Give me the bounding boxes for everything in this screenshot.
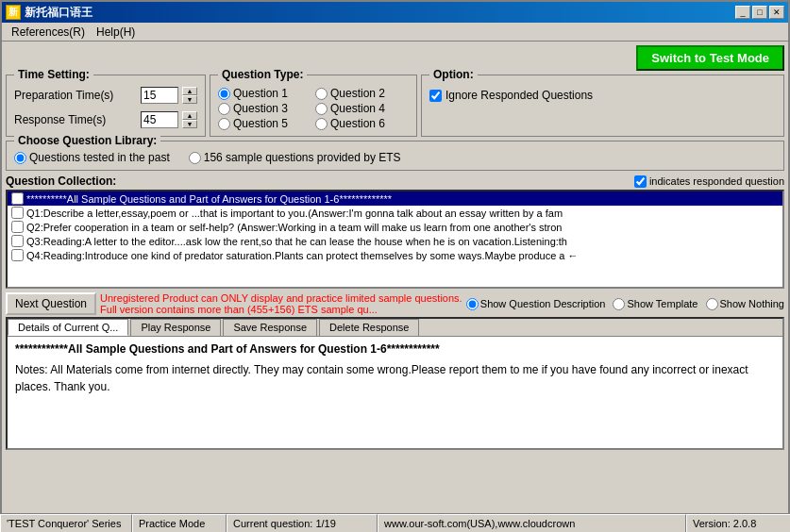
resp-time-label: Response Time(s) [14, 113, 137, 126]
list-item-text-4: Q4:Reading:Introduce one kind of predato… [26, 250, 579, 261]
title-bar: 新 新托福口语王 _ □ ✕ [2, 2, 788, 23]
q4-radio-item: Question 4 [315, 102, 409, 115]
status-current: Current question: 1/19 [227, 514, 378, 532]
q6-radio[interactable] [315, 118, 328, 130]
status-bar: 'TEST Conqueror' Series Practice Mode Cu… [0, 513, 790, 532]
list-item[interactable]: **********All Sample Questions and Part … [8, 191, 782, 206]
list-item-checkbox-0[interactable] [11, 192, 24, 205]
show-template-radio[interactable] [613, 298, 625, 310]
q2-radio-item: Question 2 [315, 87, 409, 100]
status-website: www.our-soft.com(USA),www.cloudcrown [378, 514, 686, 532]
minimize-button[interactable]: _ [735, 6, 750, 19]
q6-radio-item: Question 6 [315, 117, 409, 130]
library-option1-radio[interactable] [14, 152, 26, 164]
q2-label: Question 2 [330, 87, 385, 100]
menu-references[interactable]: References(R) [6, 25, 91, 40]
prep-time-down[interactable]: ▼ [182, 95, 197, 104]
show-template-item: Show Template [613, 298, 698, 310]
library-option2-label: 156 sample questions provided by ETS [204, 151, 401, 164]
tab-delete-response[interactable]: Delete Response [319, 319, 419, 336]
collection-legend: indicates responded question [634, 175, 784, 188]
list-item-checkbox-4[interactable] [11, 249, 24, 261]
list-item[interactable]: Q4:Reading:Introduce one kind of predato… [8, 248, 782, 262]
resp-time-input[interactable] [141, 111, 178, 128]
q3-label: Question 3 [233, 102, 288, 115]
q5-radio-item: Question 5 [218, 117, 311, 130]
library-option1-label: Questions tested in the past [29, 151, 170, 164]
list-item-text-0: **********All Sample Questions and Part … [26, 193, 392, 205]
unregistered-line2: Full version contains more than (455+156… [100, 304, 462, 315]
library-legend: Choose Question Library: [14, 134, 160, 147]
q3-radio[interactable] [218, 103, 230, 115]
maximize-button[interactable]: □ [752, 6, 767, 19]
prep-time-input[interactable] [141, 87, 178, 104]
q3-radio-item: Question 3 [218, 102, 311, 115]
question-library-box: Choose Question Library: Questions teste… [6, 141, 784, 171]
prep-time-spinner: ▲ ▼ [182, 87, 197, 104]
menu-bar: References(R) Help(H) [2, 23, 788, 42]
prep-time-up[interactable]: ▲ [182, 87, 197, 95]
show-nothing-radio[interactable] [706, 298, 718, 310]
legend-checkbox [634, 175, 647, 188]
question-type-box: Question Type: Question 1 Question 2 Que… [210, 75, 417, 137]
show-description-label: Show Question Description [480, 298, 606, 309]
next-question-button[interactable]: Next Question [6, 292, 96, 315]
list-item-text-2: Q2:Prefer cooperation in a team or self-… [26, 222, 562, 233]
status-series: 'TEST Conqueror' Series [0, 514, 132, 532]
library-option2-radio[interactable] [189, 152, 201, 164]
list-item-checkbox-3[interactable] [11, 235, 24, 247]
list-item-checkbox-2[interactable] [11, 221, 24, 233]
top-action-bar: Switch to Test Mode [6, 45, 784, 71]
prep-time-label: Preparation Time(s) [14, 89, 137, 102]
legend-label: indicates responded question [649, 175, 784, 187]
q4-radio[interactable] [315, 103, 328, 115]
collection-header: Question Collection: indicates responded… [6, 175, 784, 188]
question-list[interactable]: **********All Sample Questions and Part … [6, 190, 784, 289]
list-item[interactable]: Q2:Prefer cooperation in a team or self-… [8, 220, 782, 234]
unregistered-line1: Unregistered Product can ONLY display an… [100, 292, 462, 304]
details-title: ************All Sample Questions and Par… [15, 342, 775, 356]
app-title: 新托福口语王 [25, 5, 92, 21]
tab-details[interactable]: Details of Current Q... [8, 319, 128, 336]
list-item[interactable]: Q3:Reading:A letter to the editor....ask… [8, 234, 782, 248]
unregistered-message: Unregistered Product can ONLY display an… [100, 292, 462, 315]
tab-save-response[interactable]: Save Response [223, 319, 317, 336]
q2-radio[interactable] [315, 88, 328, 100]
library-options: Questions tested in the past 156 sample … [14, 151, 776, 164]
title-bar-controls: _ □ ✕ [735, 6, 784, 19]
settings-row: Time Setting: Preparation Time(s) ▲ ▼ Re… [6, 75, 784, 137]
option-box: Option: Ignore Responded Questions [421, 75, 784, 137]
show-nothing-label: Show Nothing [720, 298, 785, 309]
question-type-grid: Question 1 Question 2 Question 3 Questio… [218, 87, 409, 130]
q5-label: Question 5 [233, 117, 288, 130]
status-mode: Practice Mode [132, 514, 227, 532]
details-body: Notes: All Materials come from internet … [15, 361, 775, 395]
switch-to-test-mode-button[interactable]: Switch to Test Mode [636, 45, 784, 71]
show-description-radio[interactable] [466, 298, 479, 310]
resp-time-row: Response Time(s) ▲ ▼ [14, 111, 197, 128]
tab-play-response[interactable]: Play Response [130, 319, 221, 336]
resp-time-down[interactable]: ▼ [182, 120, 197, 128]
ignore-responded-label: Ignore Responded Questions [445, 89, 593, 102]
ignore-responded-checkbox[interactable] [429, 90, 442, 102]
close-button[interactable]: ✕ [769, 6, 784, 19]
library-option1-item: Questions tested in the past [14, 151, 170, 164]
list-item-text-3: Q3:Reading:A letter to the editor....ask… [26, 236, 567, 247]
resp-time-up[interactable]: ▲ [182, 111, 197, 120]
show-template-label: Show Template [627, 298, 698, 309]
resp-time-spinner: ▲ ▼ [182, 111, 197, 128]
q1-radio[interactable] [218, 88, 230, 100]
menu-help[interactable]: Help(H) [91, 25, 141, 40]
ignore-responded-item: Ignore Responded Questions [429, 89, 776, 102]
show-nothing-item: Show Nothing [706, 298, 785, 310]
list-item[interactable]: Q1:Describe a letter,essay,poem or ...th… [8, 206, 782, 220]
q5-radio[interactable] [218, 118, 230, 130]
option-legend: Option: [429, 68, 478, 81]
display-options-row: Show Question Description Show Template … [466, 298, 784, 310]
status-version: Version: 2.0.8 [686, 514, 790, 532]
list-item-text-1: Q1:Describe a letter,essay,poem or ...th… [26, 208, 563, 219]
title-bar-left: 新 新托福口语王 [6, 5, 92, 21]
question-type-legend: Question Type: [218, 68, 307, 81]
q1-radio-item: Question 1 [218, 87, 311, 100]
list-item-checkbox-1[interactable] [11, 207, 24, 219]
